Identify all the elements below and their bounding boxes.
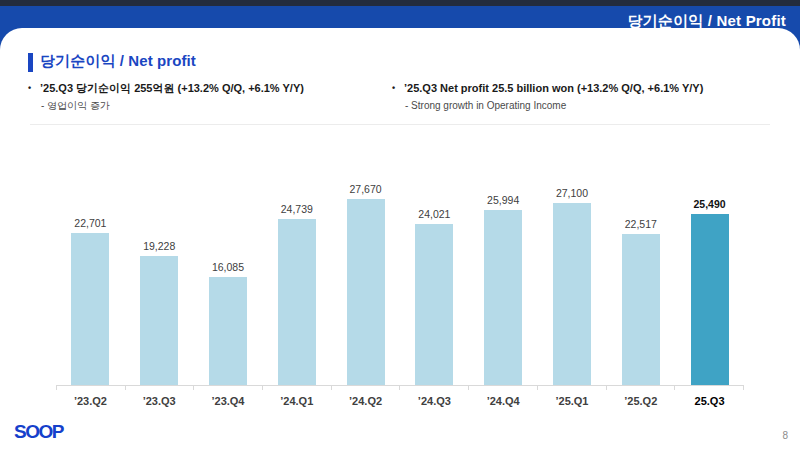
bar bbox=[553, 203, 591, 385]
bar-value-label: 27,100 bbox=[556, 187, 588, 199]
bar-highlighted bbox=[691, 214, 729, 385]
axis-tick bbox=[468, 386, 469, 390]
section-divider bbox=[30, 124, 770, 125]
bar-group: 22,517 bbox=[606, 218, 675, 385]
bullet-block-english: •’25.Q3 Net profit 25.5 billion won (+13… bbox=[392, 81, 703, 113]
axis-tick bbox=[606, 386, 607, 390]
x-axis-label: 25.Q3 bbox=[675, 395, 744, 407]
bar bbox=[484, 210, 522, 385]
chart-plot-area: 22,70119,22816,08524,73927,67024,02125,9… bbox=[56, 158, 744, 385]
x-axis-label: ’24.Q2 bbox=[331, 395, 400, 407]
bar bbox=[347, 199, 385, 385]
axis-tick bbox=[125, 386, 126, 390]
bar bbox=[622, 234, 660, 385]
bar-value-label: 25,490 bbox=[694, 198, 726, 210]
bar-value-label: 22,701 bbox=[74, 217, 106, 229]
bar-group: 25,994 bbox=[469, 194, 538, 385]
bullet-main-korean-text: ’25.Q3 당기순이익 255억원 (+13.2% Q/Q, +6.1% Y/… bbox=[40, 82, 304, 94]
axis-tick bbox=[262, 386, 263, 390]
bullet-sub-korean: - 영업이익 증가 bbox=[41, 99, 304, 113]
bar-value-label: 16,085 bbox=[212, 261, 244, 273]
bullet-marker: • bbox=[28, 81, 40, 96]
bar-value-label: 19,228 bbox=[143, 240, 175, 252]
bar-group: 27,670 bbox=[331, 183, 400, 385]
bar-group: 22,701 bbox=[56, 217, 125, 385]
net-profit-bar-chart: 22,70119,22816,08524,73927,67024,02125,9… bbox=[56, 158, 744, 407]
bar-value-label: 25,994 bbox=[487, 194, 519, 206]
bullet-main-english-text: ’25.Q3 Net profit 25.5 billion won (+13.… bbox=[404, 82, 703, 94]
x-axis-label: ’24.Q1 bbox=[262, 395, 331, 407]
x-axis-label: ’25.Q2 bbox=[606, 395, 675, 407]
bar bbox=[209, 277, 247, 385]
bullet-main-korean: •’25.Q3 당기순이익 255억원 (+13.2% Q/Q, +6.1% Y… bbox=[28, 81, 304, 96]
bar bbox=[140, 256, 178, 385]
bar-value-label: 24,021 bbox=[418, 208, 450, 220]
bar-group: 25,490 bbox=[675, 198, 744, 385]
bullet-main-english: •’25.Q3 Net profit 25.5 billion won (+13… bbox=[392, 81, 703, 96]
axis-tick bbox=[193, 386, 194, 390]
bar-group: 27,100 bbox=[538, 187, 607, 385]
bar-value-label: 27,670 bbox=[350, 183, 382, 195]
page-number: 8 bbox=[782, 430, 788, 441]
bar bbox=[278, 219, 316, 385]
x-axis-label: ’24.Q4 bbox=[469, 395, 538, 407]
header-bar: 당기순이익 / Net Profit bbox=[0, 6, 800, 30]
x-axis-label: ’23.Q3 bbox=[125, 395, 194, 407]
title-accent-bar bbox=[28, 53, 33, 72]
bar-group: 24,739 bbox=[262, 203, 331, 385]
x-axis-label: ’23.Q2 bbox=[56, 395, 125, 407]
axis-tick bbox=[674, 386, 675, 390]
axis-tick bbox=[331, 386, 332, 390]
slide-title: 당기순이익 / Net profit bbox=[40, 52, 196, 71]
bullet-block-korean: •’25.Q3 당기순이익 255억원 (+13.2% Q/Q, +6.1% Y… bbox=[28, 81, 304, 113]
axis-tick bbox=[537, 386, 538, 390]
bar-group: 19,228 bbox=[125, 240, 194, 385]
x-axis-label: ’24.Q3 bbox=[400, 395, 469, 407]
bar-group: 24,021 bbox=[400, 208, 469, 385]
bullet-sub-english: - Strong growth in Operating Income bbox=[405, 99, 703, 113]
x-axis-label: ’23.Q4 bbox=[194, 395, 263, 407]
bar-group: 16,085 bbox=[194, 261, 263, 385]
bar-value-label: 24,739 bbox=[281, 203, 313, 215]
bar-value-label: 22,517 bbox=[625, 218, 657, 230]
slide-card: 당기순이익 / Net profit •’25.Q3 당기순이익 255억원 (… bbox=[0, 28, 800, 450]
bar bbox=[415, 224, 453, 385]
axis-tick bbox=[743, 386, 744, 390]
bullet-marker: • bbox=[392, 81, 404, 96]
soop-logo: SOOP bbox=[14, 421, 63, 443]
bar bbox=[71, 233, 109, 385]
x-axis-labels: ’23.Q2’23.Q3’23.Q4’24.Q1’24.Q2’24.Q3’24.… bbox=[56, 395, 744, 407]
x-axis-label: ’25.Q1 bbox=[538, 395, 607, 407]
x-axis-line bbox=[56, 385, 744, 390]
axis-tick bbox=[56, 386, 57, 390]
axis-tick bbox=[399, 386, 400, 390]
